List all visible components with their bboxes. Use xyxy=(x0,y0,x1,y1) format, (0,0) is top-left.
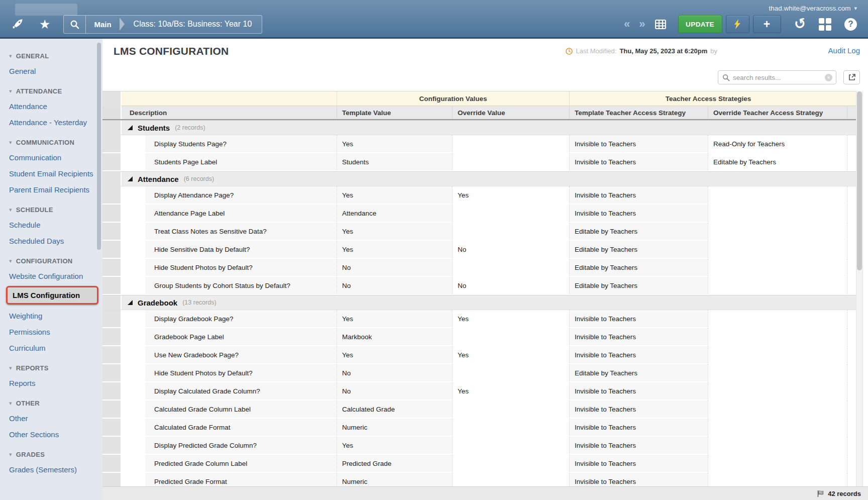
row-handle[interactable] xyxy=(102,135,122,152)
column-header-override-value[interactable]: Override Value xyxy=(452,106,569,119)
sidebar-item-website-configuration[interactable]: Website Configuration xyxy=(9,271,95,281)
cell-template-teacher-access-strategy[interactable]: Editable by Teachers xyxy=(569,259,708,276)
column-header-template-teacher-access[interactable]: Template Teacher Access Strategy xyxy=(569,106,708,119)
quick-actions-button[interactable] xyxy=(726,15,749,33)
row-handle[interactable] xyxy=(102,382,122,399)
cell-template-teacher-access-strategy[interactable]: Invisible to Teachers xyxy=(569,205,708,222)
cell-template-teacher-access-strategy[interactable]: Editable by Teachers xyxy=(569,241,708,258)
cell-override-value[interactable] xyxy=(452,205,569,222)
grid-scrollbar[interactable] xyxy=(856,91,863,486)
grid-scrollbar-thumb[interactable] xyxy=(857,91,862,270)
cell-template-teacher-access-strategy[interactable]: Editable by Teachers xyxy=(569,364,708,381)
sidebar-item-permissions[interactable]: Permissions xyxy=(9,327,95,337)
cell-template-teacher-access-strategy[interactable]: Editable by Teachers xyxy=(569,277,708,294)
row-handle[interactable] xyxy=(102,241,122,258)
sidebar-section-header-attendance[interactable]: ▾ATTENDANCE xyxy=(9,87,102,95)
search-icon[interactable] xyxy=(64,16,86,33)
cell-override-value[interactable]: No xyxy=(452,277,569,294)
sidebar-item-other[interactable]: Other xyxy=(9,414,95,423)
sidebar-item-attendance[interactable]: Attendance xyxy=(9,102,95,111)
row-handle[interactable] xyxy=(102,172,122,186)
cell-template-value[interactable]: Numeric xyxy=(337,473,452,486)
cell-override-value[interactable] xyxy=(452,259,569,276)
row-handle[interactable] xyxy=(102,295,122,310)
sidebar-item-other-sections[interactable]: Other Sections xyxy=(9,430,95,439)
sidebar-item-attendance-yesterday[interactable]: Attendance - Yesterday xyxy=(9,118,95,127)
cell-template-value[interactable]: Yes xyxy=(337,186,452,204)
cell-override-value[interactable] xyxy=(452,455,569,472)
sidebar-section-header-configuration[interactable]: ▾CONFIGURATION xyxy=(9,257,102,265)
group-row-gradebook[interactable]: Gradebook(13 records) xyxy=(102,295,856,310)
cell-override-teacher-access-strategy[interactable] xyxy=(708,205,847,222)
sidebar-item-schedule[interactable]: Schedule xyxy=(9,220,95,230)
cell-override-teacher-access-strategy[interactable] xyxy=(708,419,847,436)
cell-override-teacher-access-strategy[interactable] xyxy=(708,473,847,486)
cell-override-teacher-access-strategy[interactable] xyxy=(708,437,847,454)
cell-template-teacher-access-strategy[interactable]: Invisible to Teachers xyxy=(569,346,708,363)
row-handle[interactable] xyxy=(102,346,122,363)
cell-override-value[interactable] xyxy=(452,437,569,454)
cell-template-teacher-access-strategy[interactable]: Invisible to Teachers xyxy=(569,401,708,418)
sidebar-section-header-schedule[interactable]: ▾SCHEDULE xyxy=(9,206,102,214)
sidebar-item-reports[interactable]: Reports xyxy=(9,378,95,388)
cell-override-teacher-access-strategy[interactable] xyxy=(708,310,847,327)
cell-template-teacher-access-strategy[interactable]: Invisible to Teachers xyxy=(569,437,708,454)
sidebar-section-header-general[interactable]: ▾GENERAL xyxy=(9,52,102,60)
collapse-triangle-icon[interactable] xyxy=(128,300,133,305)
favorites-star-icon[interactable]: ★ xyxy=(39,18,50,31)
grid-view-icon[interactable] xyxy=(655,20,666,29)
row-handle[interactable] xyxy=(102,259,122,276)
cell-override-teacher-access-strategy[interactable] xyxy=(708,277,847,294)
row-handle[interactable] xyxy=(102,205,122,222)
column-header-template-value[interactable]: Template Value xyxy=(337,106,452,119)
cell-template-value[interactable]: Calculated Grade xyxy=(337,401,452,418)
sidebar-item-curriculum[interactable]: Curriculum xyxy=(9,343,95,353)
cell-override-teacher-access-strategy[interactable] xyxy=(708,259,847,276)
cell-override-value[interactable]: No xyxy=(452,241,569,258)
nav-back-icon[interactable]: « xyxy=(619,19,634,30)
row-handle[interactable] xyxy=(102,186,122,204)
help-icon[interactable]: ? xyxy=(844,18,857,31)
cell-template-value[interactable]: No xyxy=(337,382,452,399)
cell-template-value[interactable]: Attendance xyxy=(337,205,452,222)
sidebar-item-student-email-recipients[interactable]: Student Email Recipients xyxy=(9,169,95,178)
rocket-icon[interactable] xyxy=(11,18,24,31)
cell-override-teacher-access-strategy[interactable] xyxy=(708,382,847,399)
update-button[interactable]: UPDATE xyxy=(678,15,722,33)
group-row-attendance[interactable]: Attendance(6 records) xyxy=(102,171,856,186)
row-handle[interactable] xyxy=(102,121,122,135)
cell-template-value[interactable]: Markbook xyxy=(337,328,452,345)
cell-override-value[interactable] xyxy=(452,328,569,345)
row-handle[interactable] xyxy=(102,223,122,240)
row-handle[interactable] xyxy=(102,401,122,418)
row-handle[interactable] xyxy=(102,277,122,294)
cell-override-teacher-access-strategy[interactable] xyxy=(708,186,847,204)
cell-override-teacher-access-strategy[interactable] xyxy=(708,364,847,381)
audit-log-link[interactable]: Audit Log xyxy=(828,46,860,55)
breadcrumb-main[interactable]: Main xyxy=(86,16,119,33)
cell-template-value[interactable]: Yes xyxy=(337,135,452,152)
cell-template-value[interactable]: No xyxy=(337,364,452,381)
row-handle[interactable] xyxy=(102,473,122,486)
sidebar-item-scheduled-days[interactable]: Scheduled Days xyxy=(9,236,95,246)
cell-override-value[interactable] xyxy=(452,135,569,152)
row-handle[interactable] xyxy=(102,328,122,345)
cell-template-teacher-access-strategy[interactable]: Invisible to Teachers xyxy=(569,310,708,327)
sidebar-scrollbar[interactable] xyxy=(97,43,101,250)
column-header-description[interactable]: Description xyxy=(122,106,337,119)
sidebar-item-parent-email-recipients[interactable]: Parent Email Recipients xyxy=(9,185,95,194)
cell-template-value[interactable]: Yes xyxy=(337,346,452,363)
apps-grid-icon[interactable] xyxy=(819,18,831,31)
sidebar-item-general[interactable]: General xyxy=(9,66,95,76)
sidebar-item-lms-configuration[interactable]: LMS Configuration xyxy=(6,286,98,305)
cell-override-value[interactable]: Yes xyxy=(452,382,569,399)
cell-override-teacher-access-strategy[interactable] xyxy=(708,346,847,363)
cell-template-value[interactable]: No xyxy=(337,259,452,276)
sidebar-section-header-other[interactable]: ▾OTHER xyxy=(9,399,102,407)
nav-forward-icon[interactable]: » xyxy=(634,19,649,30)
sidebar-item-communication[interactable]: Communication xyxy=(9,153,95,162)
cell-template-teacher-access-strategy[interactable]: Invisible to Teachers xyxy=(569,153,708,170)
column-header-override-teacher-access[interactable]: Override Teacher Access Strategy xyxy=(708,106,847,119)
cell-override-teacher-access-strategy[interactable] xyxy=(708,328,847,345)
row-handle[interactable] xyxy=(102,455,122,472)
